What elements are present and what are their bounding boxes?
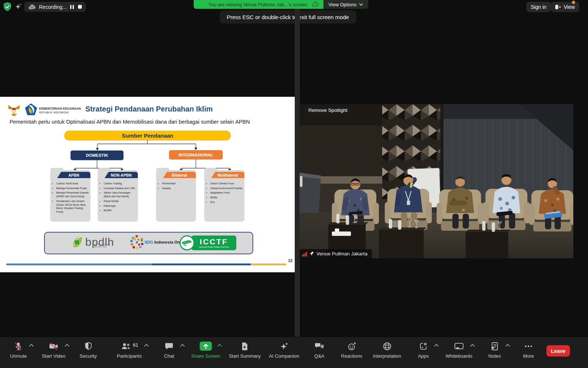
apps-label: Apps bbox=[418, 353, 429, 359]
ministry-line1: KEMENTERIAN KEUANGAN bbox=[39, 107, 81, 111]
cloud-recording-icon bbox=[28, 4, 36, 10]
bullet-item: Belanja Pemerintah Daerah (APBD dan Dana… bbox=[56, 191, 89, 198]
chat-icon bbox=[164, 342, 174, 351]
qa-label: Q&A bbox=[314, 353, 324, 359]
bilateral-header: Bilateral bbox=[163, 172, 196, 178]
participants-count: 61 bbox=[133, 342, 138, 348]
participant-name-tag: Venue Pullman Jakarta bbox=[300, 249, 372, 258]
bullet-item: IFIs bbox=[210, 201, 243, 204]
start-summary-label: Start Summary bbox=[229, 353, 261, 359]
kemenkeu-logo bbox=[24, 103, 38, 117]
icctf-wordmark: ICCTF bbox=[200, 238, 228, 245]
whiteboards-label: Whiteboards bbox=[446, 353, 473, 359]
view-layout-icon bbox=[555, 4, 562, 10]
slide-progress-segment-light-blue bbox=[6, 263, 152, 265]
bullet-item: Carbon Tax/Excise bbox=[56, 182, 89, 185]
multilateral-header: Multilateral bbox=[211, 172, 244, 178]
icctf-tagline: Indonesia Climate Change Trust Fund bbox=[199, 246, 229, 248]
start-video-label: Start Video bbox=[42, 353, 65, 359]
share-screen-label: Share Screen bbox=[191, 353, 220, 359]
garuda-pancasila-emblem bbox=[7, 103, 21, 117]
chevron-down-icon bbox=[359, 3, 363, 6]
mic-off-icon bbox=[14, 342, 23, 351]
share-options-caret[interactable] bbox=[217, 343, 222, 347]
pane-divider bbox=[295, 9, 300, 343]
participants-icon bbox=[121, 342, 132, 351]
view-label: View bbox=[564, 4, 575, 10]
ministry-name: KEMENTERIAN KEUANGAN REPUBLIK INDONESIA bbox=[39, 107, 81, 114]
slide-page-number: 12 bbox=[284, 258, 293, 263]
view-button[interactable]: View bbox=[551, 2, 579, 12]
stop-recording-icon[interactable] bbox=[78, 4, 82, 9]
bpdlh-leaf-icon bbox=[71, 235, 84, 249]
remove-spotlight-label: Remove Spotlight bbox=[308, 107, 348, 113]
nonapbn-list: Carbon TradingInvestasi Swasta and CSRSe… bbox=[100, 182, 137, 213]
slide-progress-segment-gold bbox=[251, 263, 286, 265]
viewing-banner-text: You are viewing Venue Pullman Jak...'s s… bbox=[208, 2, 307, 7]
diagram-multilateral-box: Multilateral Green Climate FundGlobal En… bbox=[204, 170, 244, 221]
diagram-root-box: Sumber Pendanaan bbox=[64, 131, 231, 140]
bullet-item: Pendanaan Lain (Green Sukuk, SDGs Bond, … bbox=[56, 199, 89, 214]
multilateral-list: Green Climate FundGlobal Environment Fac… bbox=[206, 182, 243, 205]
bullet-item: Sektor Jasa Keuangan (Bank dan Non-Bank) bbox=[104, 191, 137, 198]
participant-name: Venue Pullman Jakarta bbox=[316, 251, 368, 256]
pane-resize-handle[interactable] bbox=[300, 176, 302, 187]
ai-sparkle-icon bbox=[279, 342, 289, 351]
leave-label: Leave bbox=[551, 348, 566, 354]
bullet-item: Pasar Modal bbox=[104, 199, 137, 203]
recording-indicator: Recording... bbox=[24, 2, 86, 12]
summary-doc-icon bbox=[240, 342, 250, 351]
reactions-smiley-icon bbox=[347, 342, 357, 351]
video-off-icon bbox=[49, 342, 59, 351]
notification-dot bbox=[572, 1, 575, 4]
interpretation-globe-icon bbox=[382, 342, 392, 351]
ministry-line2: REPUBLIK INDONESIA bbox=[39, 111, 81, 114]
leave-button[interactable]: Leave bbox=[546, 345, 570, 357]
apbn-list: Carbon Tax/ExciseBelanja Pemerintah Pusa… bbox=[52, 182, 89, 215]
icctf-logo: ICCTF Indonesia Climate Change Trust Fun… bbox=[179, 235, 236, 251]
diagram-internasional-box: INTERNASIONAL bbox=[169, 150, 223, 159]
partner-logos-strip: bpdlh Badan Pengelola Dana Lingkungan Hi… bbox=[44, 232, 253, 254]
interpretation-label: Interpretation bbox=[373, 353, 401, 359]
view-options-label: View Options bbox=[329, 2, 356, 7]
sdg-wheel-icon bbox=[130, 234, 143, 250]
notes-icon bbox=[490, 342, 499, 351]
sdg-wordmark: SDG Indonesia One bbox=[144, 240, 182, 244]
bullet-item: BUMN bbox=[104, 209, 137, 212]
chat-label: Chat bbox=[164, 353, 174, 359]
slide-progress-segment-dark-blue bbox=[152, 263, 251, 265]
meeting-toolbar: Unmute Start Video Security bbox=[0, 337, 588, 368]
diagram-nonapbn-box: NON-APBN Carbon TradingInvestasi Swasta … bbox=[98, 170, 138, 221]
whiteboards-icon bbox=[454, 342, 464, 351]
more-button[interactable]: More bbox=[506, 341, 551, 359]
pause-recording-icon[interactable] bbox=[69, 4, 75, 10]
diagram-bilateral-box: Bilateral PemerintahSwasta bbox=[156, 170, 196, 221]
ai-companion-topbar-button[interactable] bbox=[14, 2, 23, 12]
slide-title: Strategi Pendanaan Perubahan Iklim bbox=[85, 105, 213, 113]
security-label: Security bbox=[80, 353, 97, 359]
view-options-dropdown[interactable]: View Options bbox=[323, 0, 368, 9]
bpdlh-tagline: Badan Pengelola Dana Lingkungan Hidup bbox=[93, 244, 115, 248]
participants-label: Participants bbox=[117, 353, 142, 359]
viewing-screen-banner: You are viewing Venue Pullman Jak...'s s… bbox=[194, 0, 368, 9]
recording-label: Recording... bbox=[39, 4, 67, 10]
notes-label: Notes bbox=[488, 353, 501, 359]
pin-icon bbox=[309, 251, 314, 256]
apbn-header: APBN bbox=[57, 172, 90, 178]
more-label: More bbox=[523, 353, 534, 359]
bullet-item: MDBs bbox=[210, 196, 243, 199]
remove-spotlight-button[interactable]: Remove Spotlight bbox=[304, 106, 352, 115]
meeting-security-button[interactable] bbox=[3, 2, 12, 12]
share-screen-icon bbox=[199, 341, 212, 351]
bilateral-list: PemerintahSwasta bbox=[158, 182, 195, 191]
unmute-label: Unmute bbox=[10, 353, 27, 359]
start-summary-button[interactable]: Start Summary bbox=[223, 341, 267, 359]
sign-in-button[interactable]: Sign in bbox=[526, 2, 551, 12]
ai-companion-label: AI Companion bbox=[269, 353, 299, 359]
bullet-item: Green Climate Fund bbox=[210, 182, 243, 185]
venue-video-scene bbox=[300, 104, 573, 258]
sign-in-label: Sign in bbox=[531, 4, 546, 10]
security-button[interactable]: Security bbox=[66, 341, 110, 359]
bullet-item: Adaptation Fund bbox=[210, 191, 243, 195]
bullet-item: Pemerintah bbox=[162, 182, 195, 185]
